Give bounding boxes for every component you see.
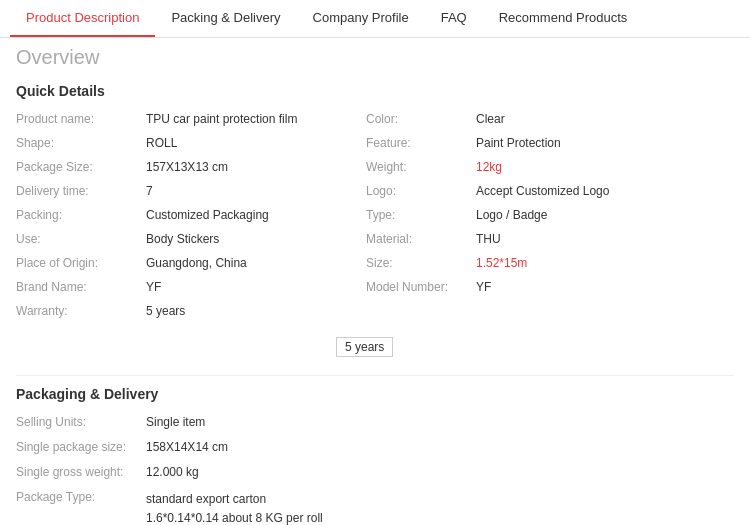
right-label-2: Weight: (366, 157, 476, 177)
right-label-5: Material: (366, 229, 476, 249)
navigation-tabs: Product DescriptionPacking & DeliveryCom… (0, 0, 750, 38)
right-value-7: YF (476, 277, 734, 297)
quick-details-grid: Product name:TPU car paint protection fi… (16, 109, 734, 321)
left-value-6: Guangdong, China (146, 253, 366, 273)
pack-value-1: 158X14X14 cm (146, 437, 734, 457)
pack-label-1: Single package size: (16, 437, 146, 457)
left-value-2: 157X13X13 cm (146, 157, 366, 177)
left-label-5: Use: (16, 229, 146, 249)
nav-tab-recommend-products[interactable]: Recommend Products (483, 0, 644, 37)
right-label-4: Type: (366, 205, 476, 225)
right-label-6: Size: (366, 253, 476, 273)
overview-heading: Overview (16, 46, 734, 69)
pack-label-2: Single gross weight: (16, 462, 146, 482)
right-value-0: Clear (476, 109, 734, 129)
packaging-delivery-title: Packaging & Delivery (16, 386, 734, 402)
left-label-2: Package Size: (16, 157, 146, 177)
left-label-6: Place of Origin: (16, 253, 146, 273)
pack-label-3: Package Type: (16, 487, 146, 507)
right-label-1: Feature: (366, 133, 476, 153)
left-value-8: 5 years (146, 301, 366, 321)
left-label-8: Warranty: (16, 301, 146, 321)
right-value-1: Paint Protection (476, 133, 734, 153)
pack-value-3: standard export carton1.6*0.14*0.14 abou… (146, 487, 734, 525)
left-label-7: Brand Name: (16, 277, 146, 297)
right-value-4: Logo / Badge (476, 205, 734, 225)
left-label-0: Product name: (16, 109, 146, 129)
packaging-grid: Selling Units:Single itemSingle package … (16, 412, 734, 525)
quick-details-title: Quick Details (16, 83, 734, 99)
right-value-3: Accept Customized Logo (476, 181, 734, 201)
pack-value-2: 12.000 kg (146, 462, 734, 482)
nav-tab-faq[interactable]: FAQ (425, 0, 483, 37)
pack-value-0: Single item (146, 412, 734, 432)
warranty-tooltip: 5 years (336, 337, 393, 357)
left-label-1: Shape: (16, 133, 146, 153)
main-content: Overview Quick Details Product name:TPU … (0, 38, 750, 525)
right-label-8 (366, 301, 476, 321)
nav-tab-product-description[interactable]: Product Description (10, 0, 155, 37)
right-label-0: Color: (366, 109, 476, 129)
right-label-7: Model Number: (366, 277, 476, 297)
right-value-6[interactable]: 1.52*15m (476, 253, 734, 273)
right-value-8 (476, 301, 734, 321)
right-label-3: Logo: (366, 181, 476, 201)
left-value-7: YF (146, 277, 366, 297)
nav-tab-company-profile[interactable]: Company Profile (297, 0, 425, 37)
left-value-1: ROLL (146, 133, 366, 153)
left-value-4: Customized Packaging (146, 205, 366, 225)
left-label-3: Delivery time: (16, 181, 146, 201)
pack-label-0: Selling Units: (16, 412, 146, 432)
right-value-2[interactable]: 12kg (476, 157, 734, 177)
nav-tab-packing-and-delivery[interactable]: Packing & Delivery (155, 0, 296, 37)
left-value-5: Body Stickers (146, 229, 366, 249)
section-divider (16, 375, 734, 376)
left-value-3: 7 (146, 181, 366, 201)
left-value-0: TPU car paint protection film (146, 109, 366, 129)
left-label-4: Packing: (16, 205, 146, 225)
right-value-5: THU (476, 229, 734, 249)
